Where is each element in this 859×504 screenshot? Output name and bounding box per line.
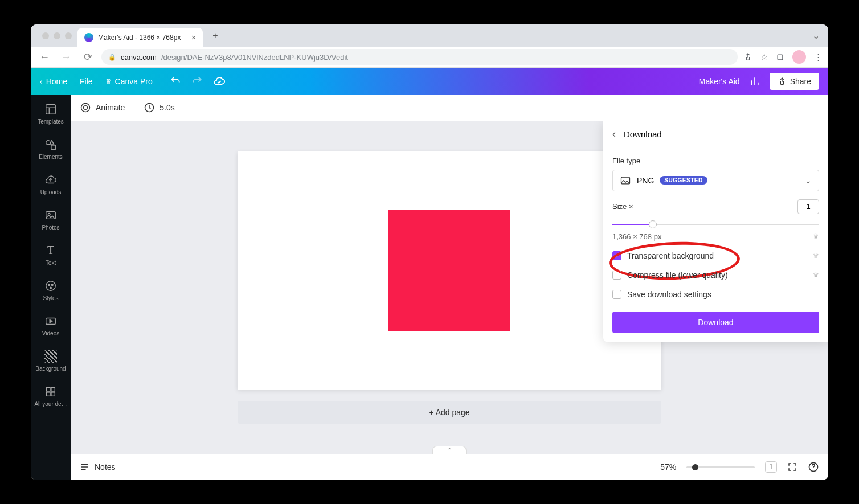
size-row: Size × <box>612 199 819 214</box>
sidebar-item-templates[interactable]: Templates <box>31 103 71 125</box>
profile-avatar[interactable] <box>792 50 806 64</box>
minimize-window-icon[interactable] <box>54 32 60 39</box>
red-square-element[interactable] <box>388 210 510 331</box>
canvas-area[interactable]: + Add page ⌃ ‹ Download File type PNG SU… <box>71 121 828 454</box>
new-tab-button[interactable]: + <box>207 28 223 44</box>
extensions-icon[interactable] <box>776 53 784 62</box>
sidebar-item-elements[interactable]: Elements <box>31 138 71 160</box>
slider-thumb[interactable] <box>649 220 657 228</box>
add-page-button[interactable]: + Add page <box>238 401 661 424</box>
checkbox-icon[interactable] <box>612 290 621 299</box>
reload-button[interactable]: ⟳ <box>80 49 96 65</box>
size-label: Size × <box>612 202 633 211</box>
cloud-sync-icon[interactable] <box>213 75 226 88</box>
svg-rect-0 <box>778 55 783 60</box>
transparent-bg-option[interactable]: ✓ Transparent background ♛ <box>612 251 819 260</box>
back-button[interactable]: ← <box>36 49 52 65</box>
svg-point-7 <box>48 284 50 285</box>
checkbox-checked-icon[interactable]: ✓ <box>612 251 621 260</box>
sidebar-label: Elements <box>39 154 63 160</box>
crown-icon: ♛ <box>813 252 819 260</box>
photos-icon <box>44 209 57 222</box>
styles-icon <box>44 280 57 292</box>
redo-button[interactable] <box>191 75 203 88</box>
share-button[interactable]: Share <box>770 73 819 90</box>
svg-rect-1 <box>46 104 56 114</box>
grid-icon <box>44 386 57 398</box>
address-bar[interactable]: 🔒 canva.com/design/DAE-NzV3p8A/01NVlNzde… <box>101 49 738 65</box>
fullscreen-icon[interactable] <box>787 462 797 472</box>
sidebar-item-text[interactable]: T Text <box>31 244 71 266</box>
sidebar-item-videos[interactable]: Videos <box>31 315 71 337</box>
size-input[interactable] <box>797 199 819 214</box>
canvas-page[interactable] <box>238 151 661 390</box>
browser-tab[interactable]: Maker's Aid - 1366 × 768px × <box>77 28 203 47</box>
page-handle[interactable]: ⌃ <box>432 446 467 454</box>
bookmark-icon[interactable]: ☆ <box>760 52 768 62</box>
close-window-icon[interactable] <box>42 32 49 39</box>
file-menu[interactable]: File <box>80 77 93 86</box>
zoom-thumb[interactable] <box>692 464 698 470</box>
main-area: Animate 5.0s + Add page ⌃ ‹ <box>71 95 828 480</box>
page-indicator[interactable]: 1 <box>765 461 777 473</box>
home-link[interactable]: ‹ Home <box>40 77 67 86</box>
maximize-window-icon[interactable] <box>65 32 72 39</box>
download-button[interactable]: Download <box>612 312 819 333</box>
editor-toolbar: Animate 5.0s <box>71 95 828 121</box>
size-slider[interactable] <box>612 220 819 229</box>
url-domain: canva.com <box>121 53 157 62</box>
url-path: /design/DAE-NzV3p8A/01NVlNzdedLNP-KUWju3… <box>161 53 348 62</box>
templates-icon <box>44 103 57 116</box>
sidebar-item-background[interactable]: Background <box>31 350 71 372</box>
chevron-left-icon: ‹ <box>40 77 43 86</box>
animate-button[interactable]: Animate <box>80 102 125 113</box>
clock-icon <box>144 102 155 113</box>
add-page-label: + Add page <box>429 408 469 417</box>
undo-button[interactable] <box>170 75 181 88</box>
svg-point-9 <box>50 287 52 289</box>
close-tab-icon[interactable]: × <box>191 33 196 42</box>
download-button-label: Download <box>698 318 733 327</box>
back-icon[interactable]: ‹ <box>612 128 616 140</box>
sidebar-item-styles[interactable]: Styles <box>31 280 71 301</box>
project-name[interactable]: Maker's Aid <box>699 77 740 86</box>
svg-rect-11 <box>47 387 50 391</box>
browser-window: Maker's Aid - 1366 × 768px × + ⌄ ← → ⟳ 🔒… <box>31 24 828 480</box>
svg-point-6 <box>46 281 56 290</box>
app-header-left: ‹ Home File ♛ Canva Pro <box>40 77 153 86</box>
checkbox-icon[interactable] <box>612 271 621 280</box>
file-type-label: File type <box>612 157 819 165</box>
browser-menu-icon[interactable]: ⋮ <box>814 52 823 62</box>
page-number: 1 <box>769 463 773 471</box>
forward-button[interactable]: → <box>58 49 74 65</box>
sidebar-label: Videos <box>42 330 59 337</box>
duration-button[interactable]: 5.0s <box>144 102 174 113</box>
notes-label: Notes <box>95 462 116 472</box>
compress-file-option[interactable]: Compress file (lower quality) ♛ <box>612 271 819 280</box>
sidebar-label: Templates <box>38 118 64 125</box>
canva-pro-link[interactable]: ♛ Canva Pro <box>105 77 153 86</box>
svg-rect-12 <box>51 387 55 391</box>
svg-rect-13 <box>47 392 50 395</box>
share-icon[interactable] <box>743 52 752 62</box>
crown-icon: ♛ <box>105 77 112 85</box>
save-settings-option[interactable]: Save download settings <box>612 290 819 299</box>
crown-icon: ♛ <box>813 271 819 279</box>
tabs-menu-icon[interactable]: ⌄ <box>812 30 828 41</box>
zoom-slider[interactable] <box>686 466 755 468</box>
zoom-value[interactable]: 57% <box>660 462 676 472</box>
panel-body: File type PNG SUGGESTED ⌄ Size × <box>603 147 828 342</box>
crown-icon: ♛ <box>813 232 819 240</box>
help-icon[interactable] <box>808 461 819 473</box>
file-type-value: PNG <box>637 176 654 185</box>
insights-icon[interactable] <box>749 76 760 87</box>
sidebar-item-uploads[interactable]: Uploads <box>31 174 71 195</box>
file-type-select[interactable]: PNG SUGGESTED ⌄ <box>612 170 819 191</box>
dimensions-text: 1,366 × 768 px <box>612 232 661 241</box>
videos-icon <box>44 315 57 327</box>
notes-button[interactable]: Notes <box>80 462 116 472</box>
sidebar-item-all-designs[interactable]: All your de… <box>31 386 71 407</box>
workspace: Templates Elements Uploads Photos T Text… <box>31 95 828 480</box>
panel-header: ‹ Download <box>603 121 828 147</box>
sidebar-item-photos[interactable]: Photos <box>31 209 71 231</box>
